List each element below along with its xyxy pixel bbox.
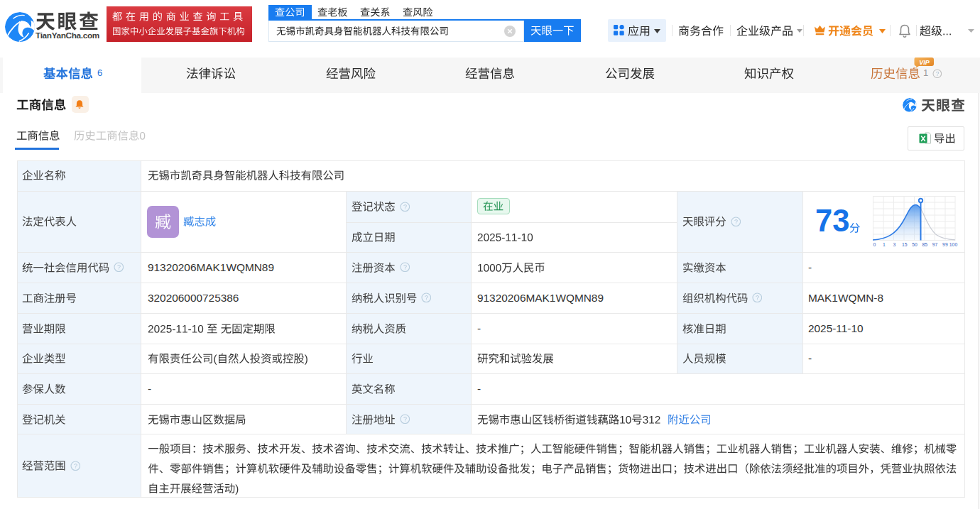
svg-text:85: 85	[922, 242, 928, 247]
svg-text:97: 97	[932, 242, 938, 247]
svg-text:50: 50	[912, 242, 918, 247]
svg-text:99: 99	[942, 242, 948, 247]
svg-text:15: 15	[902, 242, 908, 247]
svg-text:VIP: VIP	[919, 59, 930, 66]
svg-text:0: 0	[873, 242, 876, 247]
svg-text:3: 3	[893, 242, 896, 247]
svg-text:1: 1	[883, 242, 886, 247]
svg-text:100: 100	[949, 242, 958, 247]
